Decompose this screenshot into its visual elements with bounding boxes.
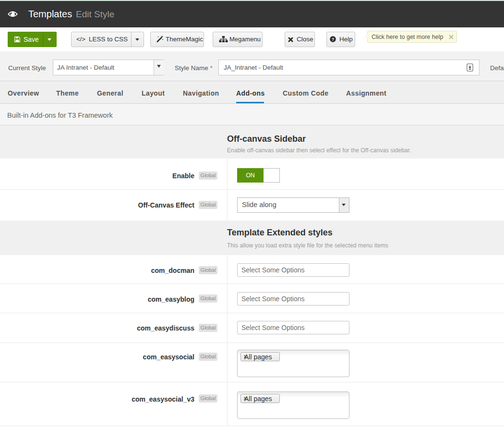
svg-text:?: ? xyxy=(332,37,335,42)
